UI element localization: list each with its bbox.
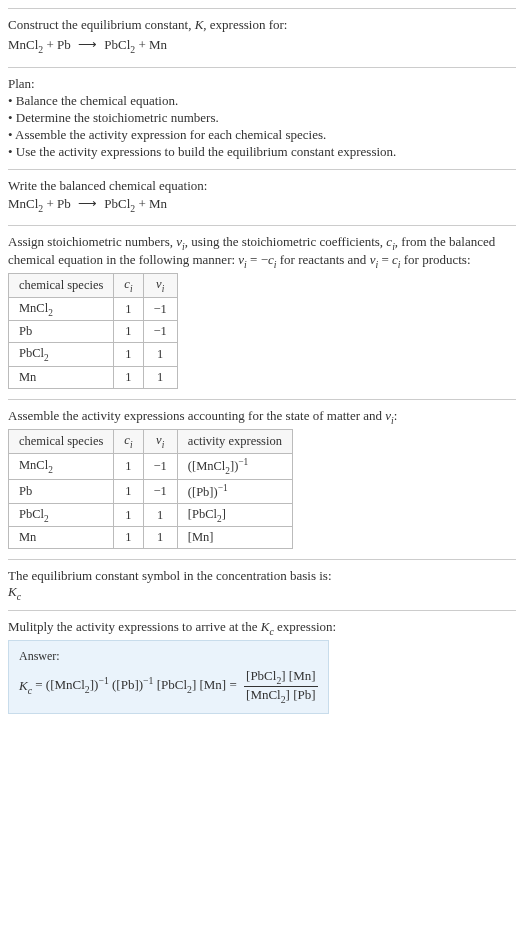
table-row: PbCl2 1 1 xyxy=(9,343,178,367)
cell-ci: 1 xyxy=(114,503,143,527)
cell-species: PbCl2 xyxy=(9,503,114,527)
plan-item: • Use the activity expressions to build … xyxy=(8,144,516,160)
cell-ci: 1 xyxy=(114,343,143,367)
table-header-row: chemical species ci νi activity expressi… xyxy=(9,430,293,454)
cell-species: Mn xyxy=(9,366,114,388)
cell-vi: −1 xyxy=(143,297,177,321)
balanced-title: Write the balanced chemical equation: xyxy=(8,178,516,194)
col-species: chemical species xyxy=(9,274,114,298)
cell-ci: 1 xyxy=(114,453,143,479)
col-ci: ci xyxy=(114,274,143,298)
cell-species: MnCl2 xyxy=(9,297,114,321)
stoich-table: chemical species ci νi MnCl2 1 −1 Pb 1 −… xyxy=(8,273,178,389)
cell-ci: 1 xyxy=(114,297,143,321)
cell-ci: 1 xyxy=(114,366,143,388)
cell-activity: ([MnCl2])−1 xyxy=(177,453,292,479)
question-section: Construct the equilibrium constant, K, e… xyxy=(8,8,516,67)
cell-vi: 1 xyxy=(143,366,177,388)
table-row: MnCl2 1 −1 xyxy=(9,297,178,321)
plan-section: Plan: • Balance the chemical equation. •… xyxy=(8,67,516,169)
col-activity: activity expression xyxy=(177,430,292,454)
cell-vi: −1 xyxy=(143,321,177,343)
table-row: Mn 1 1 xyxy=(9,366,178,388)
table-row: PbCl2 1 1 [PbCl2] xyxy=(9,503,293,527)
balanced-equation: MnCl2 + Pb ⟶ PbCl2 + Mn xyxy=(8,196,516,214)
symbol-line2: Kc xyxy=(8,584,516,602)
cell-species: Pb xyxy=(9,321,114,343)
symbol-section: The equilibrium constant symbol in the c… xyxy=(8,559,516,610)
question-title: Construct the equilibrium constant, K, e… xyxy=(8,17,516,33)
answer-label: Answer: xyxy=(19,649,318,664)
plan-title: Plan: xyxy=(8,76,516,92)
balanced-section: Write the balanced chemical equation: Mn… xyxy=(8,169,516,226)
cell-species: Pb xyxy=(9,479,114,503)
symbol-line1: The equilibrium constant symbol in the c… xyxy=(8,568,516,584)
cell-species: Mn xyxy=(9,527,114,549)
col-vi: νi xyxy=(143,274,177,298)
multiply-intro: Mulitply the activity expressions to arr… xyxy=(8,619,516,637)
col-vi: νi xyxy=(143,430,177,454)
answer-expression: Kc = ([MnCl2])−1 ([Pb])−1 [PbCl2] [Mn] =… xyxy=(19,668,318,704)
cell-species: PbCl2 xyxy=(9,343,114,367)
col-species: chemical species xyxy=(9,430,114,454)
cell-ci: 1 xyxy=(114,479,143,503)
plan-item: • Balance the chemical equation. xyxy=(8,93,516,109)
table-header-row: chemical species ci νi xyxy=(9,274,178,298)
cell-vi: 1 xyxy=(143,503,177,527)
cell-vi: −1 xyxy=(143,479,177,503)
answer-section: Mulitply the activity expressions to arr… xyxy=(8,610,516,722)
answer-box: Answer: Kc = ([MnCl2])−1 ([Pb])−1 [PbCl2… xyxy=(8,640,329,713)
plan-item: • Determine the stoichiometric numbers. xyxy=(8,110,516,126)
stoich-section: Assign stoichiometric numbers, νi, using… xyxy=(8,225,516,399)
table-row: MnCl2 1 −1 ([MnCl2])−1 xyxy=(9,453,293,479)
question-equation: MnCl2 + Pb ⟶ PbCl2 + Mn xyxy=(8,37,516,55)
cell-vi: 1 xyxy=(143,343,177,367)
plan-item: • Assemble the activity expression for e… xyxy=(8,127,516,143)
activity-table: chemical species ci νi activity expressi… xyxy=(8,429,293,549)
activity-intro: Assemble the activity expressions accoun… xyxy=(8,408,516,426)
table-row: Pb 1 −1 xyxy=(9,321,178,343)
table-row: Mn 1 1 [Mn] xyxy=(9,527,293,549)
cell-activity: ([Pb])−1 xyxy=(177,479,292,503)
cell-species: MnCl2 xyxy=(9,453,114,479)
cell-vi: −1 xyxy=(143,453,177,479)
stoich-intro: Assign stoichiometric numbers, νi, using… xyxy=(8,234,516,269)
cell-ci: 1 xyxy=(114,527,143,549)
cell-activity: [PbCl2] xyxy=(177,503,292,527)
cell-activity: [Mn] xyxy=(177,527,292,549)
activity-section: Assemble the activity expressions accoun… xyxy=(8,399,516,559)
cell-ci: 1 xyxy=(114,321,143,343)
cell-vi: 1 xyxy=(143,527,177,549)
table-row: Pb 1 −1 ([Pb])−1 xyxy=(9,479,293,503)
col-ci: ci xyxy=(114,430,143,454)
